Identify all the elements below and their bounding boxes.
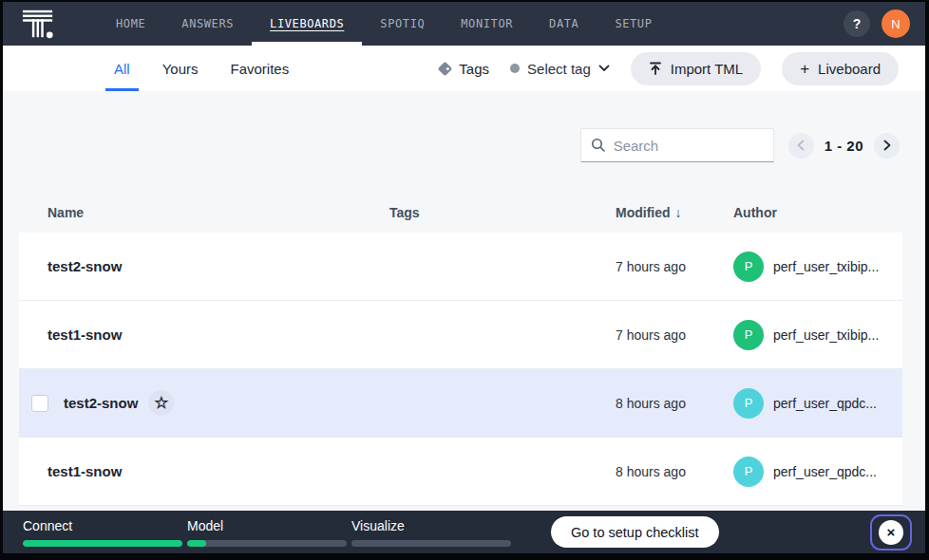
plus-icon: + xyxy=(800,61,809,77)
column-header-name[interactable]: Name xyxy=(47,205,389,220)
table-header: Name Tags Modified ↓ Author xyxy=(19,193,902,233)
top-nav: HOME ANSWERS LIVEBOARDS SPOTIQ MONITOR D… xyxy=(3,2,925,46)
tags-filter[interactable]: Tags xyxy=(440,61,489,77)
page-next-button[interactable] xyxy=(874,133,900,159)
step-label: Model xyxy=(187,518,347,533)
help-button[interactable]: ? xyxy=(844,10,870,37)
author-name: perf_user_txibip... xyxy=(773,327,879,343)
liveboards-content: 1 - 20 Name Tags Modified ↓ Author te xyxy=(3,91,925,511)
progress-fill xyxy=(187,540,206,547)
tab-all[interactable]: All xyxy=(98,46,146,91)
liveboards-table: Name Tags Modified ↓ Author test2-snow 7… xyxy=(19,193,902,506)
author-avatar: P xyxy=(733,457,764,487)
column-header-author[interactable]: Author xyxy=(733,205,902,220)
search-icon xyxy=(591,138,606,153)
step-label: Visualize xyxy=(351,518,511,533)
page-range: 1 - 20 xyxy=(825,138,863,154)
import-icon xyxy=(649,62,662,75)
column-header-tags[interactable]: Tags xyxy=(389,205,616,220)
nav-item-home[interactable]: HOME xyxy=(98,2,163,46)
liveboard-name[interactable]: test2-snow xyxy=(47,258,389,274)
user-avatar[interactable]: N xyxy=(882,9,910,38)
nav-item-data[interactable]: DATA xyxy=(531,2,597,46)
nav-items: HOME ANSWERS LIVEBOARDS SPOTIQ MONITOR D… xyxy=(98,2,671,46)
tag-icon xyxy=(438,61,453,76)
nav-item-spotiq[interactable]: SPOTIQ xyxy=(362,2,443,46)
progress-fill xyxy=(23,540,182,547)
setup-checklist-button[interactable]: Go to setup checklist xyxy=(551,516,719,548)
tab-yours[interactable]: Yours xyxy=(146,46,215,91)
select-tag-dropdown[interactable]: Select tag xyxy=(510,61,610,77)
select-tag-label: Select tag xyxy=(527,61,591,77)
liveboard-modified: 8 hours ago xyxy=(616,464,733,479)
table-row[interactable]: test1-snow 7 hours ago P perf_user_txibi… xyxy=(19,301,902,369)
chevron-right-icon xyxy=(883,140,891,151)
author-avatar: P xyxy=(733,320,764,350)
chevron-down-icon xyxy=(598,65,610,72)
page-prev-button[interactable] xyxy=(788,133,814,159)
nav-item-answers[interactable]: ANSWERS xyxy=(163,2,252,46)
liveboard-author: P perf_user_txibip... xyxy=(733,252,902,282)
author-name: perf_user_qpdc... xyxy=(773,396,877,411)
column-header-modified[interactable]: Modified ↓ xyxy=(616,205,733,220)
liveboards-page: HOME ANSWERS LIVEBOARDS SPOTIQ MONITOR D… xyxy=(3,2,925,553)
onboarding-step-connect: Connect xyxy=(23,518,182,547)
liveboard-author: P perf_user_txibip... xyxy=(733,320,902,350)
liveboard-name[interactable]: test2-snow ☆ xyxy=(64,390,389,416)
filter-tabs: All Yours Favorites xyxy=(98,46,305,91)
onboarding-bar: Connect Model Visualize Go to setup chec… xyxy=(3,511,925,553)
liveboard-author: P perf_user_qpdc... xyxy=(733,388,902,419)
pagination: 1 - 20 xyxy=(788,133,900,159)
search-input[interactable] xyxy=(614,138,756,154)
nav-item-monitor[interactable]: MONITOR xyxy=(443,2,531,46)
top-nav-right: ? N xyxy=(844,9,925,38)
liveboard-name-label: test2-snow xyxy=(64,395,138,411)
chevron-left-icon xyxy=(797,140,805,151)
author-name: perf_user_qpdc... xyxy=(773,464,877,479)
table-row[interactable]: test1-snow 8 hours ago P perf_user_qpdc.… xyxy=(19,438,902,506)
onboarding-step-model: Model xyxy=(187,518,347,547)
search-box xyxy=(580,128,774,162)
liveboard-modified: 7 hours ago xyxy=(616,327,733,343)
modified-label: Modified xyxy=(616,205,671,220)
thoughtspot-logo-icon[interactable] xyxy=(22,8,58,40)
onboarding-step-visualize: Visualize xyxy=(351,518,511,547)
liveboard-name[interactable]: test1-snow xyxy=(47,327,389,343)
favorite-star-button[interactable]: ☆ xyxy=(148,390,174,416)
tags-label: Tags xyxy=(459,61,489,77)
liveboard-author: P perf_user_qpdc... xyxy=(733,457,902,487)
author-name: perf_user_txibip... xyxy=(773,259,879,274)
app-window: HOME ANSWERS LIVEBOARDS SPOTIQ MONITOR D… xyxy=(0,0,929,560)
progress-track xyxy=(187,540,347,547)
tab-favorites[interactable]: Favorites xyxy=(214,46,305,91)
sort-desc-icon: ↓ xyxy=(675,205,682,220)
tag-dot-icon xyxy=(510,64,520,73)
star-icon: ☆ xyxy=(154,395,168,411)
import-tml-label: Import TML xyxy=(671,61,743,77)
table-row[interactable]: test2-snow 7 hours ago P perf_user_txibi… xyxy=(19,233,902,301)
toolbar-actions: Tags Select tag Import TML + Liveboar xyxy=(440,52,925,85)
import-tml-button[interactable]: Import TML xyxy=(631,52,761,85)
author-avatar: P xyxy=(733,388,764,419)
close-icon: × xyxy=(879,520,903,545)
table-row-selected[interactable]: test2-snow ☆ 8 hours ago P perf_user_qpd… xyxy=(19,369,902,438)
step-label: Connect xyxy=(23,518,182,533)
nav-item-liveboards[interactable]: LIVEBOARDS xyxy=(252,2,362,46)
new-liveboard-button[interactable]: + Liveboard xyxy=(782,52,899,85)
liveboard-name[interactable]: test1-snow xyxy=(47,463,389,479)
nav-item-setup[interactable]: SETUP xyxy=(597,2,670,46)
liveboard-modified: 8 hours ago xyxy=(616,396,733,411)
new-liveboard-label: Liveboard xyxy=(818,61,881,77)
progress-track xyxy=(351,540,511,547)
liveboard-modified: 7 hours ago xyxy=(616,259,733,274)
filter-toolbar: All Yours Favorites Tags Select tag xyxy=(3,46,925,91)
progress-track xyxy=(23,540,182,547)
author-avatar: P xyxy=(733,252,764,282)
close-onboarding-button[interactable]: × xyxy=(870,514,912,551)
row-checkbox[interactable] xyxy=(31,395,48,412)
list-controls: 1 - 20 xyxy=(3,128,925,162)
